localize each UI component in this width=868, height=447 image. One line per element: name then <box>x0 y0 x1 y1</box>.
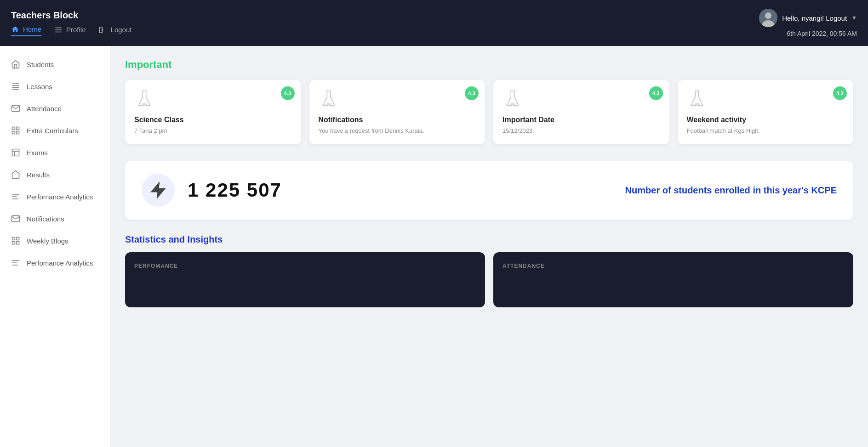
sidebar: Students Lessons Attendance Extra Curric… <box>0 46 110 447</box>
svg-rect-21 <box>17 242 19 244</box>
results-icon <box>11 170 20 179</box>
sidebar-label-attendance: Attendance <box>27 105 62 113</box>
card-icon-notifications <box>319 89 476 109</box>
svg-rect-11 <box>12 127 15 130</box>
card-weekend-activity[interactable]: 4.3 Weekend activity Football match at K… <box>678 80 854 144</box>
enrolled-label: Number of students enrolled in this year… <box>412 185 837 196</box>
nav-profile-label: Profile <box>66 26 86 34</box>
nav-logout-label: Logout <box>111 26 132 34</box>
user-greeting: Hello, nyangi! Logout <box>782 14 847 22</box>
sidebar-label-students: Students <box>27 61 54 68</box>
card-badge-date: 4.3 <box>649 86 663 100</box>
logout-icon <box>99 26 107 34</box>
sidebar-item-weekly-blogs[interactable]: Weekly Blogs <box>0 230 110 252</box>
nav-left: Teachers Block Home Profile <box>11 10 131 36</box>
sidebar-label-exams: Exams <box>27 149 48 157</box>
sidebar-item-results[interactable]: Results <box>0 164 110 186</box>
svg-rect-12 <box>17 127 19 130</box>
sidebar-item-extra-curriculars[interactable]: Extra Curriculars <box>0 119 110 141</box>
chart-attendance[interactable]: ATTENDANCE <box>493 252 853 307</box>
enrolled-count: 1 225 507 <box>188 179 400 201</box>
sidebar-item-notifications[interactable]: Notifications <box>0 208 110 230</box>
main-layout: Students Lessons Attendance Extra Curric… <box>0 46 868 447</box>
top-nav: Teachers Block Home Profile <box>0 0 868 46</box>
nav-home-label: Home <box>23 25 41 33</box>
profile-icon <box>54 26 63 34</box>
svg-rect-20 <box>17 238 19 240</box>
card-important-date[interactable]: 4.3 Important Date 15/12/2023. <box>493 80 669 144</box>
card-desc-weekend: Football match at Kgs High. <box>687 127 845 135</box>
sidebar-label-extra: Extra Curriculars <box>27 127 78 135</box>
charts-grid: PERFOMANCE ATTENDANCE <box>125 252 853 307</box>
avatar <box>759 9 777 27</box>
sidebar-item-attendance[interactable]: Attendance <box>0 97 110 119</box>
sidebar-label-lessons: Lessons <box>27 83 52 91</box>
extra-curriculars-icon <box>11 126 20 135</box>
sidebar-label-notifications: Notifications <box>27 215 64 223</box>
svg-point-29 <box>694 103 700 106</box>
sidebar-label-results: Results <box>27 171 50 179</box>
sidebar-item-exams[interactable]: Exams <box>0 141 110 164</box>
attendance-icon <box>11 104 20 113</box>
nav-links: Home Profile Logout <box>11 25 131 36</box>
card-notifications[interactable]: 4.3 Notifications You have a request fro… <box>309 80 485 144</box>
lightning-icon <box>150 182 166 198</box>
sidebar-label-performance: Perfomance Analytics <box>27 193 93 201</box>
svg-rect-22 <box>12 242 15 244</box>
nav-home[interactable]: Home <box>11 25 41 36</box>
card-icon-science <box>134 89 292 109</box>
card-title-weekend: Weekend activity <box>687 116 845 124</box>
svg-marker-30 <box>152 183 165 197</box>
nav-right: Hello, nyangi! Logout ▼ 6th April 2022, … <box>759 9 857 37</box>
card-science-class[interactable]: 4.3 Science Class 7 Tana 2 pm <box>125 80 301 144</box>
chart-performance-label: PERFOMANCE <box>134 263 178 269</box>
card-icon-date <box>503 89 660 109</box>
svg-rect-19 <box>12 238 15 240</box>
card-icon-weekend <box>687 89 845 109</box>
performance-analytics-icon <box>11 192 20 201</box>
stats-icon-circle <box>142 174 175 207</box>
chart-attendance-label: ATTENDANCE <box>503 263 545 269</box>
important-cards-grid: 4.3 Science Class 7 Tana 2 pm 4.3 <box>125 80 853 144</box>
dropdown-arrow-icon: ▼ <box>851 15 857 21</box>
chart-performance[interactable]: PERFOMANCE <box>125 252 485 307</box>
card-desc-date: 15/12/2023. <box>503 127 660 135</box>
notifications-icon <box>11 214 20 223</box>
main-content: Important 4.3 Science Class 7 Tana 2 pm … <box>110 46 868 447</box>
datetime: 6th April 2022, 00:56 AM <box>787 30 857 37</box>
nav-profile[interactable]: Profile <box>54 26 86 36</box>
lessons-icon <box>11 82 20 91</box>
sidebar-item-performance-analytics[interactable]: Perfomance Analytics <box>0 186 110 208</box>
svg-rect-3 <box>99 27 102 33</box>
card-badge-science: 4.3 <box>281 86 295 100</box>
app-title: Teachers Block <box>11 10 131 21</box>
svg-point-5 <box>765 12 771 19</box>
sidebar-label-performance-2: Perfomance Analytics <box>27 259 93 267</box>
nav-logout[interactable]: Logout <box>99 26 132 36</box>
home-icon <box>11 25 19 34</box>
weekly-blogs-icon <box>11 236 20 245</box>
card-badge-weekend: 4.3 <box>833 86 847 100</box>
stats-section-title: Statistics and Insights <box>125 234 853 245</box>
sidebar-item-students[interactable]: Students <box>0 53 110 75</box>
svg-point-28 <box>510 103 515 106</box>
svg-rect-13 <box>17 131 19 134</box>
card-desc-notifications: You have a request from Dennis Karaia. <box>319 127 476 135</box>
important-section-title: Important <box>125 59 853 71</box>
sidebar-item-lessons[interactable]: Lessons <box>0 75 110 97</box>
students-icon <box>11 60 20 69</box>
stats-strip: 1 225 507 Number of students enrolled in… <box>125 161 853 220</box>
card-desc-science: 7 Tana 2 pm <box>134 127 292 135</box>
performance-analytics-2-icon <box>11 258 20 267</box>
card-badge-notifications: 4.3 <box>465 86 479 100</box>
user-info[interactable]: Hello, nyangi! Logout ▼ <box>759 9 857 27</box>
svg-point-26 <box>142 103 147 106</box>
exams-icon <box>11 148 20 157</box>
svg-rect-14 <box>12 131 15 134</box>
card-title-date: Important Date <box>503 116 660 124</box>
svg-rect-15 <box>12 149 19 156</box>
card-title-notifications: Notifications <box>319 116 476 124</box>
card-title-science: Science Class <box>134 116 292 124</box>
sidebar-item-performance-analytics-2[interactable]: Perfomance Analytics <box>0 252 110 274</box>
svg-point-27 <box>326 103 331 106</box>
